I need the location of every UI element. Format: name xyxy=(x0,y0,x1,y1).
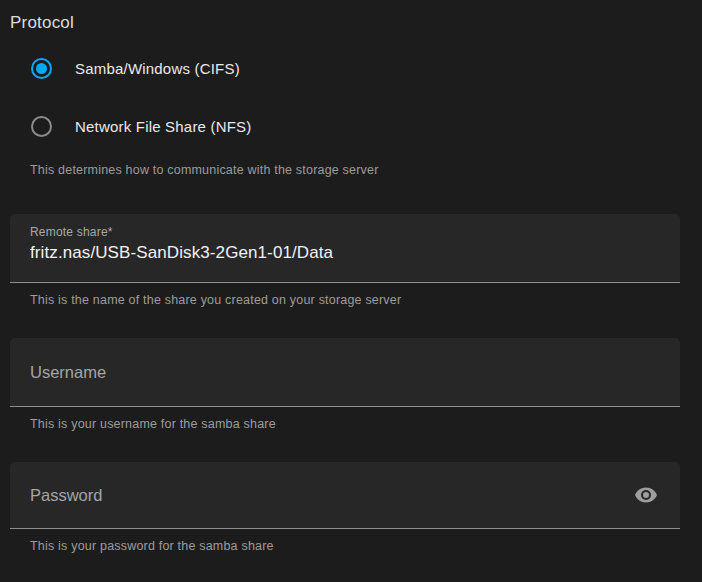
password-input[interactable] xyxy=(30,462,624,528)
radio-button-cifs-icon[interactable] xyxy=(31,58,52,79)
protocol-section-title: Protocol xyxy=(10,13,74,33)
remote-share-label: Remote share* xyxy=(30,225,113,239)
radio-button-nfs-icon[interactable] xyxy=(31,116,52,137)
radio-option-nfs-label: Network File Share (NFS) xyxy=(75,118,252,135)
radio-option-nfs[interactable]: Network File Share (NFS) xyxy=(31,115,252,137)
network-storage-form: Protocol Samba/Windows (CIFS) Network Fi… xyxy=(0,0,702,582)
username-field[interactable] xyxy=(10,338,680,407)
password-field[interactable] xyxy=(10,462,680,529)
username-input[interactable] xyxy=(30,338,624,406)
remote-share-helper-text: This is the name of the share you create… xyxy=(30,293,401,307)
remote-share-input[interactable] xyxy=(30,241,624,265)
protocol-helper-text: This determines how to communicate with … xyxy=(30,163,379,177)
radio-option-cifs[interactable]: Samba/Windows (CIFS) xyxy=(31,57,240,79)
remote-share-field[interactable]: Remote share* xyxy=(10,214,680,283)
password-helper-text: This is your password for the samba shar… xyxy=(30,539,274,553)
eye-icon[interactable] xyxy=(634,483,658,507)
username-helper-text: This is your username for the samba shar… xyxy=(30,417,276,431)
radio-option-cifs-label: Samba/Windows (CIFS) xyxy=(75,60,240,77)
